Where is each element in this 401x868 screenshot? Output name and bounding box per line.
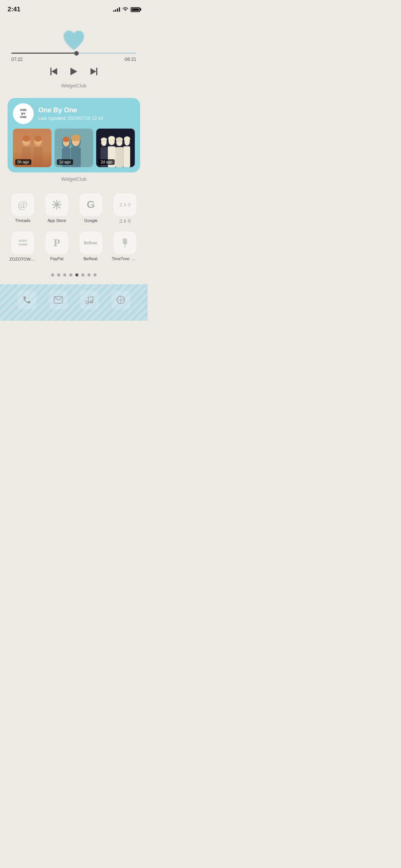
dock	[0, 284, 148, 321]
safari-icon	[116, 295, 125, 304]
appstore-label: App Store	[48, 218, 66, 223]
app-item-nitori[interactable]: ニトリ ニトリ	[110, 193, 140, 224]
zozotown-icon-wrap: ZOZOTOWN	[11, 231, 34, 254]
widgetclub-logo: ONE BY ONE	[13, 103, 34, 124]
bereal-icon: BeReal.	[84, 241, 98, 245]
dot-8[interactable]	[94, 273, 97, 276]
svg-rect-4	[33, 147, 42, 167]
svg-point-5	[23, 137, 30, 145]
svg-line-46	[89, 302, 93, 303]
app-item-timetree[interactable]: TimeTree: Shar	[110, 231, 140, 262]
progress-container[interactable]	[11, 53, 136, 54]
timetree-icon-wrap	[114, 231, 136, 254]
svg-point-31	[108, 136, 115, 141]
music-widget-label: WidgetClub	[61, 83, 86, 89]
phone-icon	[22, 295, 31, 304]
svg-point-34	[101, 137, 107, 142]
dot-1[interactable]	[51, 273, 54, 276]
bereal-label: BeReal.	[83, 256, 98, 261]
prev-button[interactable]	[50, 68, 57, 75]
heart-icon	[61, 28, 87, 53]
threads-icon: @	[18, 199, 28, 211]
nitori-label: ニトリ	[119, 218, 131, 224]
battery-icon	[131, 7, 140, 12]
appstore-icon-wrap	[45, 193, 68, 216]
svg-point-6	[34, 137, 41, 145]
paypal-label: PayPal	[50, 256, 64, 261]
widgetclub-image-1[interactable]: 0h ago	[13, 129, 51, 167]
widgetclub-card[interactable]: ONE BY ONE One By One Last Updated: 2024…	[8, 98, 140, 172]
paypal-icon-wrap: P	[45, 231, 68, 254]
app-item-google[interactable]: G Google	[76, 193, 106, 224]
app-item-zozotown[interactable]: ZOZOTOWN ZOZOTOWN フ	[8, 231, 38, 262]
dot-4[interactable]	[69, 273, 72, 276]
progress-fill	[11, 53, 76, 54]
app-item-paypal[interactable]: P PayPal	[42, 231, 72, 262]
music-player-widget: 07:22 -06:21 WidgetClub	[0, 17, 148, 98]
google-icon-wrap: G	[80, 193, 102, 216]
status-time: 2:41	[8, 6, 20, 13]
image-2-time: 1d ago	[57, 159, 73, 165]
appstore-icon	[51, 199, 62, 210]
widgetclub-footer-label: WidgetClub	[0, 176, 148, 182]
dot-2[interactable]	[57, 273, 60, 276]
svg-rect-26	[123, 146, 130, 167]
music-icon	[85, 295, 94, 304]
playback-controls	[50, 68, 97, 75]
svg-point-1	[22, 136, 31, 148]
paypal-icon: P	[53, 237, 60, 249]
nitori-icon-wrap: ニトリ	[114, 193, 136, 216]
svg-line-49	[89, 297, 93, 297]
remaining-time: -06:21	[123, 57, 136, 62]
current-time: 07:22	[11, 57, 23, 62]
svg-point-17	[71, 134, 80, 141]
time-row: 07:22 -06:21	[11, 57, 136, 62]
google-label: Google	[84, 218, 97, 223]
svg-point-44	[86, 301, 89, 304]
zozotown-label: ZOZOTOWN フ	[9, 256, 36, 262]
svg-point-7	[23, 135, 30, 141]
svg-point-16	[62, 137, 69, 142]
google-icon: G	[87, 199, 95, 211]
app-item-threads[interactable]: @ Threads	[8, 193, 38, 224]
widgetclub-image-3[interactable]: 2d ago	[96, 129, 135, 167]
threads-label: Threads	[15, 218, 30, 223]
page-dots	[0, 270, 148, 284]
widgetclub-info: One By One Last Updated: 2024/07/19 12:4…	[38, 106, 135, 121]
app-grid: @ Threads App Store G Google ニトリ ニトリ	[0, 189, 148, 270]
threads-icon-wrap: @	[11, 193, 34, 216]
timetree-label: TimeTree: Shar	[112, 256, 138, 261]
bereal-icon-wrap: BeReal.	[80, 231, 102, 254]
next-button[interactable]	[90, 68, 97, 75]
dock-item-music[interactable]	[80, 290, 99, 309]
progress-thumb	[74, 51, 79, 56]
dock-item-phone[interactable]	[17, 290, 36, 309]
play-button[interactable]	[70, 68, 77, 75]
zozotown-icon: ZOZOTOWN	[18, 239, 27, 246]
widgetclub-image-2[interactable]: 1d ago	[55, 129, 93, 167]
wifi-icon	[122, 7, 128, 12]
timetree-icon	[120, 238, 130, 248]
svg-point-33	[124, 136, 130, 141]
dock-item-mail[interactable]	[49, 290, 68, 309]
mail-icon	[54, 296, 63, 304]
progress-track[interactable]	[11, 53, 136, 54]
dot-6[interactable]	[81, 273, 84, 276]
nitori-icon: ニトリ	[119, 202, 131, 208]
app-item-appstore[interactable]: App Store	[42, 193, 72, 224]
image-3-time: 2d ago	[98, 159, 115, 165]
dock-item-safari[interactable]	[111, 290, 130, 309]
image-1-time: 0h ago	[15, 159, 31, 165]
app-item-bereal[interactable]: BeReal. BeReal.	[76, 231, 106, 262]
svg-point-32	[116, 137, 123, 142]
widgetclub-card-header: ONE BY ONE One By One Last Updated: 2024…	[13, 103, 135, 124]
dot-3[interactable]	[63, 273, 66, 276]
dot-7[interactable]	[87, 273, 90, 276]
widgetclub-images: 0h ago 1d ago	[13, 129, 135, 167]
dot-5-active[interactable]	[75, 273, 78, 276]
signal-bars-icon	[113, 7, 120, 12]
widgetclub-title: One By One	[38, 106, 135, 114]
status-icons	[113, 7, 140, 12]
svg-point-2	[33, 136, 42, 148]
widgetclub-updated: Last Updated: 2024/07/19 12:44	[38, 116, 135, 121]
